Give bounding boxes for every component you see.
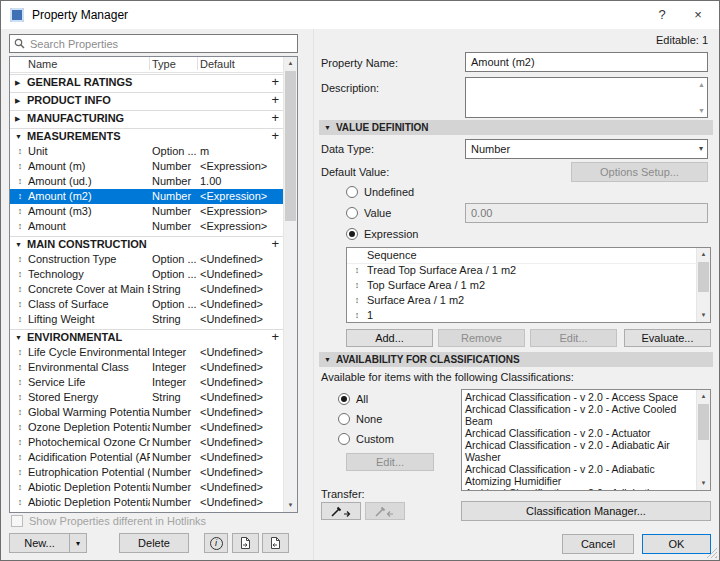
collapse-icon[interactable]: ▼ [324, 356, 331, 363]
property-row[interactable]: ↕Lifting WeightString<Undefined> [10, 312, 284, 327]
drag-handle-icon[interactable]: ↕ [351, 278, 363, 293]
import-properties-button[interactable] [232, 533, 259, 553]
property-group-row[interactable]: ▶PRODUCT INFO+ [10, 92, 284, 108]
property-row[interactable]: ↕Life Cycle EnvironmentalInteger<Undefin… [10, 345, 284, 360]
scroll-down-icon[interactable]: ▼ [284, 499, 297, 512]
drag-handle-icon[interactable]: ↕ [14, 282, 26, 297]
drag-handle-icon[interactable]: ↕ [14, 435, 26, 450]
add-property-icon[interactable]: + [271, 75, 279, 89]
property-name-input[interactable]: Amount (m2) [465, 52, 708, 72]
search-input[interactable]: Search Properties [9, 34, 298, 53]
property-row[interactable]: ↕Amount (m)Number<Expression> [10, 159, 284, 174]
scroll-up-icon[interactable]: ▲ [284, 57, 297, 70]
property-row[interactable]: ↕Stored EnergyString<Undefined> [10, 390, 284, 405]
pickup-parameters-button[interactable] [321, 502, 361, 520]
property-row[interactable]: ↕Abiotic Depletion Potential (f...Number… [10, 495, 284, 510]
collapse-icon[interactable]: ▼ [15, 129, 22, 144]
drag-handle-icon[interactable]: ↕ [14, 144, 26, 159]
drag-handle-icon[interactable]: ↕ [14, 174, 26, 189]
drag-handle-icon[interactable]: ↕ [14, 297, 26, 312]
expand-icon[interactable]: ▶ [15, 111, 20, 126]
sequence-row[interactable]: ↕Tread Top Surface Area / 1 m2 [347, 263, 697, 278]
drag-handle-icon[interactable]: ↕ [14, 390, 26, 405]
property-row[interactable]: ↕Amount (m2)Number<Expression> [10, 189, 284, 204]
drag-handle-icon[interactable]: ↕ [14, 375, 26, 390]
help-button[interactable]: ? [645, 1, 679, 29]
scroll-up-icon[interactable]: ▲ [698, 81, 705, 88]
new-dropdown-button[interactable]: ▾ [69, 533, 87, 553]
property-row[interactable]: ↕Construction TypeOption ...<Undefined> [10, 252, 284, 267]
add-property-icon[interactable]: + [271, 129, 279, 143]
property-row[interactable]: ↕Class of SurfaceOption ...<Undefined> [10, 297, 284, 312]
options-setup-button[interactable]: Options Setup... [571, 162, 708, 182]
property-list-scrollbar[interactable]: ▲ ▼ [283, 57, 297, 512]
drag-handle-icon[interactable]: ↕ [351, 293, 363, 308]
classification-item[interactable]: Archicad Classification - v 2.0 - Access… [462, 391, 697, 403]
drag-handle-icon[interactable]: ↕ [14, 450, 26, 465]
classification-item[interactable]: Archicad Classification - v 2.0 - Adiaba… [462, 439, 697, 463]
drag-handle-icon[interactable]: ↕ [351, 308, 363, 322]
property-row[interactable]: ↕Service LifeInteger<Undefined> [10, 375, 284, 390]
classification-item[interactable]: Archicad Classification - v 2.0 - Active… [462, 403, 697, 427]
scroll-up-icon[interactable]: ▲ [697, 390, 710, 403]
sequence-row[interactable]: ↕Top Surface Area / 1 m2 [347, 278, 697, 293]
drag-handle-icon[interactable]: ↕ [14, 510, 26, 512]
property-row[interactable]: ↕Global Warming Potential (G...Number<Un… [10, 405, 284, 420]
drag-handle-icon[interactable]: ↕ [14, 252, 26, 267]
drag-handle-icon[interactable]: ↕ [14, 405, 26, 420]
scroll-down-icon[interactable]: ▼ [697, 477, 710, 490]
column-header-type[interactable]: Type [152, 57, 176, 71]
property-group-row[interactable]: ▼MAIN CONSTRUCTION+ [10, 236, 284, 252]
collapse-icon[interactable]: ▼ [15, 330, 22, 345]
info-button[interactable]: i [204, 533, 228, 553]
radio-expression[interactable]: Expression [346, 227, 418, 241]
radio-all[interactable]: All [338, 392, 368, 406]
classification-item[interactable]: Archicad Classification - v 2.0 - Actuat… [462, 427, 697, 439]
close-button[interactable]: × [681, 1, 715, 29]
property-row[interactable]: ↕Environmental ClassInteger<Undefined> [10, 360, 284, 375]
sequence-row[interactable]: ↕1 [347, 308, 697, 322]
drag-handle-icon[interactable]: ↕ [14, 420, 26, 435]
sequence-row[interactable]: ↕Surface Area / 1 m2 [347, 293, 697, 308]
scroll-down-icon[interactable]: ▼ [697, 309, 710, 322]
sequence-scrollbar[interactable]: ▲ ▼ [696, 248, 710, 322]
drag-handle-icon[interactable]: ↕ [14, 495, 26, 510]
add-button[interactable]: Add... [346, 329, 433, 347]
expand-icon[interactable]: ▶ [15, 93, 20, 108]
add-property-icon[interactable]: + [271, 330, 279, 344]
property-row[interactable]: ↕Photochemical Ozone Creati...Number<Und… [10, 435, 284, 450]
show-hotlinks-checkbox[interactable]: Show Properties different in Hotlinks [11, 515, 206, 527]
radio-value[interactable]: Value [346, 206, 391, 220]
classification-scrollbar[interactable]: ▲ ▼ [696, 390, 710, 490]
cancel-button[interactable]: Cancel [562, 534, 634, 554]
edit-button[interactable]: Edit... [530, 329, 617, 347]
radio-custom[interactable]: Custom [338, 432, 394, 446]
property-row[interactable]: ↕AmountNumber<Expression> [10, 219, 284, 234]
title-bar[interactable]: Property Manager ? × [1, 1, 719, 29]
expand-icon[interactable]: ▶ [15, 75, 20, 90]
property-row[interactable]: ↕Amount (m3)Number<Expression> [10, 204, 284, 219]
radio-none[interactable]: None [338, 412, 382, 426]
add-property-icon[interactable]: + [271, 237, 279, 251]
remove-button[interactable]: Remove [438, 329, 525, 347]
property-row[interactable]: ↕UnitOption ...m [10, 144, 284, 159]
property-row[interactable]: ↕Abiotic Depletion Potential (...Number<… [10, 480, 284, 495]
classification-manager-button[interactable]: Classification Manager... [461, 501, 711, 521]
checkbox-icon[interactable] [11, 515, 23, 527]
delete-button[interactable]: Delete [119, 533, 189, 553]
drag-handle-icon[interactable]: ↕ [14, 480, 26, 495]
classification-item[interactable]: Archicad Classification - v 2.0 - Adiaba… [462, 463, 697, 487]
drag-handle-icon[interactable]: ↕ [14, 345, 26, 360]
drag-handle-icon[interactable]: ↕ [14, 219, 26, 234]
drag-handle-icon[interactable]: ↕ [351, 263, 363, 278]
drag-handle-icon[interactable]: ↕ [14, 360, 26, 375]
description-input[interactable]: ▲ ▼ [465, 77, 708, 118]
scrollbar-thumb[interactable] [698, 404, 709, 440]
evaluate-button[interactable]: Evaluate... [624, 329, 711, 347]
data-type-select[interactable]: Number ▾ [465, 139, 708, 159]
property-row[interactable]: ↕Ozone Depletion Potential (...Number<Un… [10, 420, 284, 435]
custom-edit-button[interactable]: Edit... [346, 453, 434, 471]
property-row[interactable]: ↕Data SourceString<Undefined> [10, 510, 284, 512]
drag-handle-icon[interactable]: ↕ [14, 465, 26, 480]
add-property-icon[interactable]: + [271, 93, 279, 107]
